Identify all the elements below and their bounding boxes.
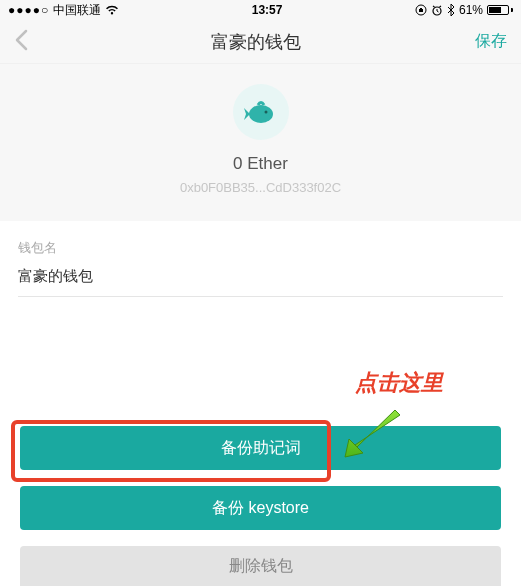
backup-keystore-button[interactable]: 备份 keystore: [20, 486, 501, 530]
wifi-icon: [105, 5, 119, 15]
carrier-label: 中国联通: [53, 2, 101, 19]
battery-icon: [487, 5, 513, 15]
wallet-name-input[interactable]: 富豪的钱包: [18, 267, 503, 297]
svg-point-3: [264, 111, 267, 114]
battery-percent-label: 61%: [459, 3, 483, 17]
chevron-left-icon: [14, 29, 28, 51]
bluetooth-icon: [447, 4, 455, 16]
status-left: ●●●●○ 中国联通: [8, 2, 119, 19]
back-button[interactable]: [14, 29, 44, 55]
wallet-header: 0 Ether 0xb0F0BB35...CdD333f02C: [0, 64, 521, 221]
annotation-arrow-icon: [335, 405, 405, 469]
delete-wallet-button[interactable]: 删除钱包: [20, 546, 501, 586]
status-bar: ●●●●○ 中国联通 13:57 61%: [0, 0, 521, 20]
wallet-avatar: [233, 84, 289, 140]
alarm-icon: [431, 4, 443, 16]
status-right: 61%: [415, 3, 513, 17]
wallet-name-section: 钱包名 富豪的钱包: [0, 221, 521, 297]
signal-strength-icon: ●●●●○: [8, 3, 49, 17]
annotation-text: 点击这里: [355, 368, 443, 398]
wallet-address: 0xb0F0BB35...CdD333f02C: [0, 180, 521, 195]
page-title: 富豪的钱包: [211, 30, 301, 54]
clock-label: 13:57: [252, 3, 283, 17]
balance-label: 0 Ether: [0, 154, 521, 174]
action-buttons: 备份助记词 备份 keystore 删除钱包: [0, 426, 521, 586]
nav-bar: 富豪的钱包 保存: [0, 20, 521, 64]
fish-icon: [244, 98, 278, 126]
orientation-lock-icon: [415, 4, 427, 16]
wallet-name-label: 钱包名: [18, 239, 503, 257]
backup-mnemonic-button[interactable]: 备份助记词: [20, 426, 501, 470]
save-button[interactable]: 保存: [467, 31, 507, 52]
svg-point-2: [249, 105, 273, 123]
